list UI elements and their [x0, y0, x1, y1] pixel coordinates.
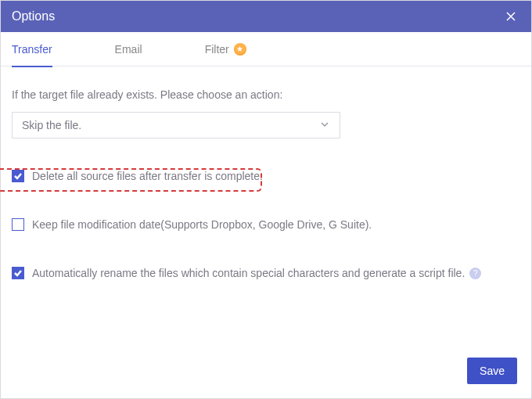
option-label: Keep file modification date(Supports Dro… [32, 218, 372, 231]
tab-content: If the target file already exists. Pleas… [1, 66, 531, 347]
select-value: Skip the file. [22, 119, 81, 131]
existing-file-action-select[interactable]: Skip the file. [12, 112, 340, 138]
options-dialog: Options Transfer Email Filter ★ If the t… [0, 0, 532, 399]
tab-label: Email [115, 43, 142, 56]
tab-label: Transfer [12, 43, 52, 56]
option-auto-rename[interactable]: Automatically rename the files which con… [12, 267, 520, 279]
tab-transfer[interactable]: Transfer [12, 32, 52, 66]
star-icon: ★ [234, 43, 246, 56]
tab-label: Filter [205, 43, 229, 56]
checkbox-delete-source[interactable] [12, 170, 24, 182]
tab-bar: Transfer Email Filter ★ [1, 32, 531, 66]
option-label: Automatically rename the files which con… [32, 267, 465, 279]
close-icon[interactable] [501, 7, 520, 26]
titlebar: Options [1, 1, 531, 32]
option-delete-source[interactable]: Delete all source files after transfer i… [12, 170, 520, 182]
option-label: Delete all source files after transfer i… [32, 170, 263, 182]
checkbox-auto-rename[interactable] [12, 267, 24, 279]
checkbox-keep-mod-date[interactable] [12, 218, 24, 231]
dialog-footer: Save [1, 347, 531, 398]
action-prompt: If the target file already exists. Pleas… [12, 88, 520, 101]
dialog-title: Options [12, 9, 55, 23]
chevron-down-icon [319, 119, 330, 132]
help-icon[interactable]: ? [469, 268, 481, 279]
tab-filter[interactable]: Filter ★ [205, 32, 246, 66]
tab-email[interactable]: Email [115, 32, 142, 66]
option-keep-mod-date[interactable]: Keep file modification date(Supports Dro… [12, 218, 520, 231]
save-button[interactable]: Save [467, 358, 517, 384]
